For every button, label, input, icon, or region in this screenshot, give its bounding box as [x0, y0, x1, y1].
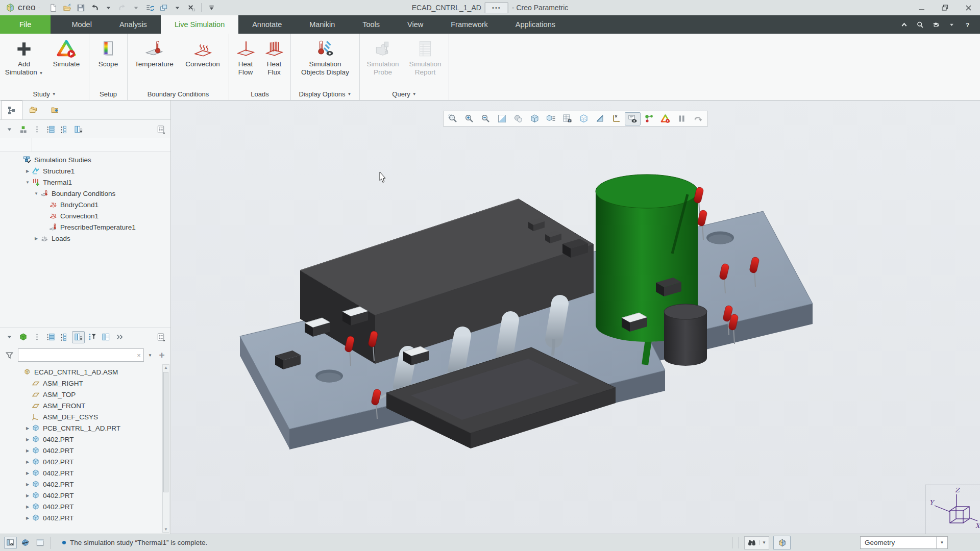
columns-button[interactable]	[72, 123, 85, 135]
tab-manikin[interactable]: Manikin	[296, 15, 349, 34]
simulate-button[interactable]: Simulate	[46, 36, 87, 68]
select-dropdown-icon[interactable]: ▼	[936, 537, 947, 548]
chevron-button[interactable]	[3, 331, 16, 343]
find-dropdown-icon[interactable]: ▼	[759, 540, 769, 545]
scroll-down-icon[interactable]: ▼	[163, 527, 169, 532]
tree-node-button[interactable]	[17, 123, 30, 135]
expander-icon[interactable]: ▶	[24, 437, 31, 442]
tree-item[interactable]: ▶0402.PRT	[0, 501, 161, 512]
tree-filter-input[interactable]	[18, 349, 134, 361]
tree-item[interactable]: ▶0402.PRT	[0, 512, 161, 523]
minimize-button[interactable]	[910, 0, 933, 15]
tab-file[interactable]: File	[0, 15, 51, 34]
doc-options-button[interactable]	[155, 123, 167, 135]
open-file-button[interactable]	[61, 2, 74, 14]
folder-browser-tab[interactable]	[22, 101, 44, 119]
windows-button[interactable]	[157, 2, 170, 14]
expander-icon[interactable]: ▶	[24, 426, 31, 431]
tab-applications[interactable]: Applications	[502, 15, 569, 34]
columns2-button[interactable]	[100, 331, 112, 343]
new-file-button[interactable]	[47, 2, 60, 14]
temperature-button[interactable]: Temperature	[130, 36, 179, 68]
tab-view[interactable]: View	[394, 15, 437, 34]
tree-item[interactable]: ▶Loads	[0, 233, 170, 244]
tree-item[interactable]: ASM_TOP	[0, 389, 161, 400]
filter-dropdown-icon[interactable]: ▼	[146, 353, 154, 358]
zoom-window-button[interactable]	[445, 112, 461, 126]
capacitor-black[interactable]	[664, 304, 707, 366]
learning-button[interactable]	[929, 18, 942, 31]
help-button[interactable]: ?	[961, 18, 974, 31]
tab-framework[interactable]: Framework	[437, 15, 502, 34]
filter-col-button[interactable]	[86, 331, 99, 343]
tree-item[interactable]: BndryCond1	[0, 199, 170, 210]
save-button[interactable]	[75, 2, 87, 14]
tab-analysis[interactable]: Analysis	[106, 15, 161, 34]
list-expand-button[interactable]	[44, 331, 57, 343]
tree-item[interactable]: ▶0402.PRT	[0, 467, 161, 479]
navigator-toggle-button[interactable]	[4, 537, 17, 549]
doc-options-button[interactable]	[155, 331, 167, 343]
collapse-ribbon-button[interactable]	[898, 18, 911, 31]
columns-button[interactable]	[72, 331, 85, 343]
scrollbar-thumb[interactable]	[163, 372, 168, 492]
tree-item[interactable]: ▶0402.PRT	[0, 490, 161, 501]
undo-button[interactable]	[88, 2, 101, 14]
filter-clear-icon[interactable]: ×	[134, 352, 143, 359]
tree-item[interactable]: ▶0402.PRT	[0, 445, 161, 456]
tree-item[interactable]: ASM_DEF_CSYS	[0, 411, 161, 422]
group-label-study[interactable]: Study▼	[0, 88, 89, 100]
close-window-button[interactable]	[185, 2, 198, 14]
tree-item[interactable]: ▶0402.PRT	[0, 456, 161, 467]
pause-button[interactable]	[674, 112, 690, 126]
tree-item[interactable]: ▶PCB_CNTRL_1_AD.PRT	[0, 422, 161, 434]
tree-item[interactable]: PrescribedTemperature1	[0, 221, 170, 233]
tree-item[interactable]: ASM_RIGHT	[0, 378, 161, 389]
search-button[interactable]	[914, 18, 926, 31]
expander-icon[interactable]: ▶	[24, 482, 31, 487]
tree-item[interactable]: Simulation Studies	[0, 154, 170, 165]
repaint-button[interactable]	[494, 112, 510, 126]
model-view-button[interactable]	[773, 536, 791, 550]
expander-icon[interactable]: ▶	[24, 493, 31, 498]
display-style-button[interactable]	[527, 112, 543, 126]
tab-tools[interactable]: Tools	[349, 15, 394, 34]
list-collapse-button[interactable]	[58, 123, 71, 135]
filter-add-button[interactable]: +	[156, 349, 167, 361]
part-green-button[interactable]	[17, 331, 30, 343]
chevrons-button[interactable]	[113, 331, 126, 343]
expander-icon[interactable]: ▶	[33, 236, 40, 241]
scope-button[interactable]: Scope	[91, 36, 125, 68]
dots-button[interactable]	[31, 123, 43, 135]
chevron-button[interactable]	[3, 123, 16, 135]
group-label-display-options[interactable]: Display Options▼	[291, 88, 359, 100]
graphics-area[interactable]: Z Y X	[171, 101, 980, 534]
dropdown-button[interactable]	[171, 2, 184, 14]
view-manager-button[interactable]	[559, 112, 575, 126]
zoom-in-button[interactable]	[461, 112, 477, 126]
tab-live-simulation[interactable]: Live Simulation	[161, 15, 238, 34]
tree-scrollbar[interactable]: ▲ ▼	[162, 364, 169, 533]
shading-button[interactable]	[510, 112, 526, 126]
expander-icon[interactable]: ▶	[24, 505, 31, 509]
simulation-objects-display-button[interactable]: SimulationObjects Display	[293, 36, 357, 77]
tree-item[interactable]: Convection1	[0, 210, 170, 221]
selection-filter-select[interactable]: Geometry ▼	[860, 536, 948, 549]
tree-item[interactable]: ▶0402.PRT	[0, 434, 161, 445]
heat-flow-button[interactable]: HeatFlow	[231, 36, 260, 77]
regenerate-button[interactable]	[143, 2, 156, 14]
find-button[interactable]: ▼	[744, 536, 769, 549]
heat-flux-button[interactable]: HeatFlux	[260, 36, 288, 77]
scroll-up-icon[interactable]: ▲	[163, 365, 169, 370]
sim-objects-button[interactable]	[641, 112, 657, 126]
show-hide-button[interactable]	[625, 112, 641, 126]
title-ellipsis-button[interactable]: •••	[485, 3, 508, 13]
convection-button[interactable]: Convection	[179, 36, 227, 68]
dropdown-button[interactable]	[102, 2, 115, 14]
web-browser-button[interactable]	[19, 537, 32, 549]
restore-button[interactable]	[933, 0, 957, 15]
dropdown-light-button[interactable]	[945, 18, 958, 31]
list-expand-button[interactable]	[44, 123, 57, 135]
favorites-tab[interactable]	[44, 101, 65, 119]
3d-model-view[interactable]	[171, 101, 980, 534]
